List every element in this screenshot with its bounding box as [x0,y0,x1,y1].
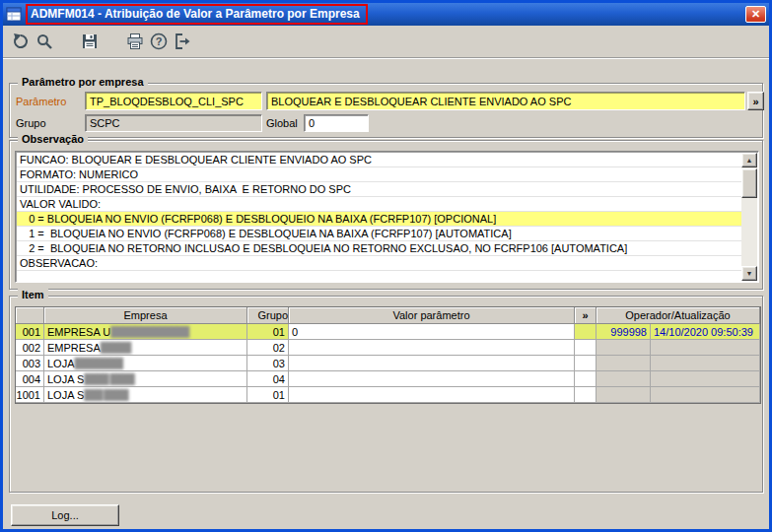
save-button[interactable] [78,30,102,53]
observacao-line[interactable]: UTILIDADE: PROCESSO DE ENVIO, BAIXA E RE… [17,182,741,197]
empresa-cell: LOJA ████████ [44,356,247,371]
exit-button[interactable] [171,30,194,53]
row-number-cell: 003 [16,356,44,371]
scroll-up-button[interactable]: ▲ [741,153,757,167]
observacao-line-highlighted[interactable]: 0 = BLOQUEIA NO ENVIO (FCRFP068) E DESBL… [17,212,741,227]
print-button[interactable] [123,30,147,53]
operador-cell [597,371,651,387]
grupo-cell: 01 [247,387,289,403]
observacao-line[interactable]: 2 = BLOQUEIA NO RETORNO INCLUSAO E DESBL… [17,241,741,256]
close-button[interactable]: ✕ [745,6,766,23]
valor-parametro-cell[interactable] [289,387,575,403]
row-number-cell: 1001 [16,387,44,403]
redacted-text: ████ ████ [84,373,133,384]
expand-cell[interactable] [575,371,597,387]
observacao-line[interactable]: 1 = BLOQUEIA NO ENVIO (FCRFP068) E DESBL… [17,227,741,241]
table-row-selected[interactable]: 001 EMPRESA U█████████████ 01 0 999998 1… [16,324,760,340]
observacao-line[interactable]: VALOR VALIDO: [17,197,741,212]
search-icon [35,33,53,50]
observacao-line[interactable]: FUNCAO: BLOQUEAR E DESBLOQUEAR CLIENTE E… [17,153,741,167]
valor-parametro-cell[interactable] [289,340,575,356]
redacted-text: █████████████ [110,326,188,337]
grupo-label: Grupo [16,117,46,129]
expand-cell[interactable] [575,356,597,371]
atualizacao-cell [651,340,760,356]
expand-cell[interactable] [575,324,597,340]
table-row[interactable]: 1001 LOJA S███ ████ 01 [16,387,760,403]
observacao-scrollbar[interactable]: ▲ ▼ [741,153,757,281]
table-row[interactable]: 004 LOJA S████ ████ 04 [16,371,760,387]
exit-icon [174,33,191,50]
global-field[interactable]: 0 [304,114,369,132]
empresa-text: EMPRESA [47,342,101,354]
valor-parametro-cell[interactable] [289,356,575,371]
undo-icon [12,33,30,50]
atualizacao-cell [651,371,760,387]
empresa-cell: LOJA S████ ████ [44,371,247,387]
window-title: ADMFM014 - Atribuição de Valor a Parâmet… [31,7,360,21]
item-groupbox: Item Empresa Grupo Valor parâmetro » Ope… [9,296,763,493]
arrow-up-icon: ▲ [746,157,753,164]
print-icon [126,33,144,50]
table-row[interactable]: 002 EMPRESA █████ 02 [16,340,760,356]
param-expand-button[interactable]: » [747,92,764,110]
client-area: Parâmetro por empresa Parâmetro TP_BLOQD… [3,59,769,529]
header-valor-parametro: Valor parâmetro [289,307,575,324]
observacao-line[interactable]: FORMATO: NUMERICO [17,167,741,182]
param-group-title: Parâmetro por empresa [18,76,148,88]
chevron-right-icon: » [752,96,758,107]
empresa-text: LOJA [47,358,75,369]
valor-parametro-cell[interactable]: 0 [289,324,575,340]
header-operador-atualizacao: Operador/Atualização [597,307,760,324]
observacao-group-title: Observação [18,133,88,145]
app-icon [6,7,22,23]
observacao-lines: FUNCAO: BLOQUEAR E DESBLOQUEAR CLIENTE E… [17,153,741,281]
param-label: Parâmetro [16,96,66,107]
empresa-cell: EMPRESA █████ [44,340,247,356]
search-button[interactable] [33,30,56,53]
toolbar: ? [3,26,769,57]
empresa-cell: EMPRESA U█████████████ [44,324,247,340]
log-button-label: Log... [51,509,79,521]
log-button[interactable]: Log... [11,504,119,526]
operador-cell [597,387,651,403]
title-annotation-box: ADMFM014 - Atribuição de Valor a Parâmet… [26,4,368,25]
row-number-cell: 001 [16,324,44,340]
save-icon [81,33,99,50]
global-label: Global [266,117,298,129]
row-number-cell: 002 [16,340,44,356]
grupo-field: SCPC [85,114,262,132]
atualizacao-cell [651,356,760,371]
redacted-text: █████ [101,342,130,353]
grupo-cell: 03 [247,356,289,371]
expand-cell[interactable] [575,387,597,403]
svg-text:?: ? [156,35,163,47]
param-code-field[interactable]: TP_BLOQDESBLOQ_CLI_SPC [85,92,262,110]
table-row[interactable]: 003 LOJA ████████ 03 [16,356,760,371]
help-icon: ? [150,33,168,50]
row-number-cell: 004 [16,371,44,387]
help-button[interactable]: ? [147,30,171,53]
expand-cell[interactable] [575,340,597,356]
header-row-number [16,307,44,324]
item-table: Empresa Grupo Valor parâmetro » Operador… [15,306,761,404]
scroll-down-button[interactable]: ▼ [741,266,757,281]
header-expand-button[interactable]: » [575,307,597,324]
undo-button[interactable] [9,30,33,53]
titlebar: ADMFM014 - Atribuição de Valor a Parâmet… [3,3,769,26]
operador-cell: 999998 [597,324,651,340]
valor-parametro-cell[interactable] [289,371,575,387]
param-groupbox: Parâmetro por empresa Parâmetro TP_BLOQD… [9,83,763,138]
header-grupo: Grupo [247,307,289,324]
empresa-cell: LOJA S███ ████ [44,387,247,403]
grupo-cell: 01 [247,324,289,340]
atualizacao-cell: 14/10/2020 09:50:39 [651,324,760,340]
app-window: ADMFM014 - Atribuição de Valor a Parâmet… [0,0,772,532]
observacao-line[interactable]: OBSERVACAO: [17,256,741,271]
empresa-text: EMPRESA U [47,326,110,338]
redacted-text: ███ ████ [84,389,127,400]
grupo-cell: 04 [247,371,289,387]
scrollbar-thumb[interactable] [741,168,757,198]
observacao-listbox: FUNCAO: BLOQUEAR E DESBLOQUEAR CLIENTE E… [15,151,759,283]
param-description-field[interactable]: BLOQUEAR E DESBLOQUEAR CLIENTE ENVIADO A… [266,92,745,110]
